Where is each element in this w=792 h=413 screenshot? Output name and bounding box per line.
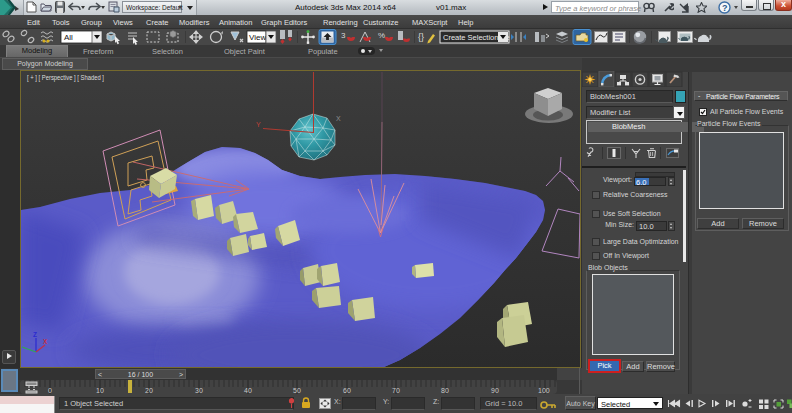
svg-text:?: ? [722,3,728,13]
svg-text:10: 10 [96,387,104,394]
svg-text:20: 20 [145,387,153,394]
svg-text:{}: {} [418,32,424,42]
svg-text:70: 70 [392,387,400,394]
svg-text:X: X [336,115,341,122]
svg-text:Y: Y [256,121,261,128]
svg-text:0: 0 [48,387,52,394]
svg-text:X: X [43,338,48,345]
svg-text:3: 3 [341,31,346,40]
svg-text:40: 40 [244,387,252,394]
svg-text:%: % [378,31,385,40]
svg-text:50: 50 [293,387,301,394]
svg-text:30: 30 [195,387,203,394]
svg-text:Z: Z [33,331,37,338]
svg-text:60: 60 [343,387,351,394]
svg-text:View: View [249,33,266,42]
svg-text:100: 100 [538,387,550,394]
svg-text:80: 80 [441,387,449,394]
svg-text:90: 90 [491,387,499,394]
svg-text:All: All [64,33,73,42]
svg-text:[ + ] [ Perspective ] [ Shaded: [ + ] [ Perspective ] [ Shaded ] [27,74,104,82]
